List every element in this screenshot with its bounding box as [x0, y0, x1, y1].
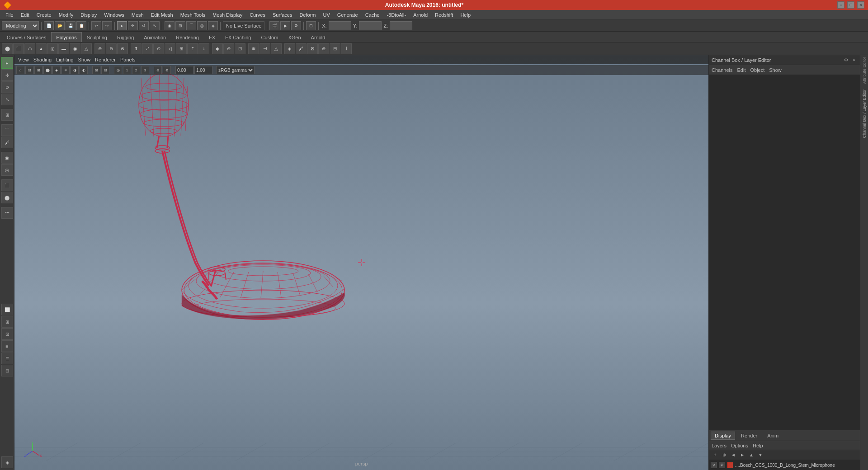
save-scene-button[interactable]: 💾 — [66, 21, 75, 30]
dra-tab-display[interactable]: Display — [711, 432, 735, 440]
menu-create[interactable]: Create — [33, 11, 55, 19]
grid-btn[interactable]: ⊡ — [306, 21, 316, 30]
create-poly-btn[interactable]: ⬛ — [1, 179, 13, 191]
vpt-xray-btn[interactable]: ⊕ — [154, 66, 162, 74]
vp-menu-show[interactable]: Show — [78, 57, 91, 62]
smooth-btn[interactable]: ≋ — [248, 43, 259, 54]
vpt-val1-input[interactable] — [175, 66, 193, 74]
open-scene-button[interactable]: 📂 — [55, 21, 65, 30]
separate-btn[interactable]: ⊖ — [106, 43, 117, 54]
soft-mod-btn[interactable]: ◉ — [1, 152, 13, 164]
menu-surfaces[interactable]: Surfaces — [269, 11, 296, 19]
disk-btn[interactable]: ◉ — [70, 43, 80, 54]
toggle-btn[interactable]: ◈ — [1, 456, 13, 468]
vpt-wireframe-btn[interactable]: ⊞ — [34, 66, 42, 74]
vpt-val2-input[interactable] — [194, 66, 212, 74]
rotate-tool-btn[interactable]: ↺ — [139, 21, 149, 30]
soft-select-btn[interactable]: ◉ — [165, 21, 175, 30]
viewport[interactable]: View Shading Lighting Show Renderer Pane… — [14, 55, 708, 470]
undo-button[interactable]: ↩ — [91, 21, 101, 30]
vp-menu-panels[interactable]: Panels — [120, 57, 136, 62]
vpt-color-select[interactable]: sRGB gamma Linear — [216, 66, 255, 74]
cube-btn[interactable]: ⬛ — [13, 43, 24, 54]
panel-btn1[interactable]: ⬜ — [1, 304, 13, 315]
vpt-isolate-btn[interactable]: ◎ — [114, 66, 122, 74]
scale-obj-btn[interactable]: ⤡ — [1, 94, 13, 105]
layer-add-sel-btn[interactable]: ⊕ — [721, 451, 728, 459]
menu-cache[interactable]: Cache — [362, 11, 383, 19]
dra-tab-anim[interactable]: Anim — [763, 432, 783, 440]
vpt-ao-btn[interactable]: ◐ — [80, 66, 88, 74]
plane-btn[interactable]: ▬ — [58, 43, 69, 54]
booleans-btn[interactable]: ⊗ — [117, 43, 128, 54]
menu-uv[interactable]: UV — [319, 11, 333, 19]
redo-button[interactable]: ↪ — [102, 21, 112, 30]
help-menu[interactable]: Help — [753, 443, 763, 448]
snap-surface-btn[interactable]: ◈ — [208, 21, 218, 30]
merge-btn[interactable]: ◆ — [212, 43, 223, 54]
tab-arnold[interactable]: Arnold — [306, 32, 330, 42]
menu-edit-mesh[interactable]: Edit Mesh — [147, 11, 177, 19]
combine-btn[interactable]: ⊕ — [94, 43, 105, 54]
vpt-solid-btn[interactable]: ⬤ — [43, 66, 52, 74]
menu-generate[interactable]: Generate — [334, 11, 362, 19]
collapse-btn[interactable]: ⊡ — [235, 43, 245, 54]
vp-menu-view[interactable]: View — [18, 57, 29, 62]
layer-prev-btn[interactable]: ◄ — [730, 451, 737, 459]
vpt-shadow-btn[interactable]: ◑ — [71, 66, 79, 74]
attr-editor-label[interactable]: Attribute Editor — [862, 57, 867, 84]
panel-btn5[interactable]: ≣ — [1, 352, 13, 364]
minimize-button[interactable]: − — [837, 1, 844, 9]
cb-tab-edit[interactable]: Edit — [737, 67, 745, 73]
tab-rendering[interactable]: Rendering — [171, 32, 204, 42]
mode-select[interactable]: Modeling Rigging Animation FX Rendering … — [2, 21, 39, 30]
menu-mesh-tools[interactable]: Mesh Tools — [177, 11, 209, 19]
sculpt-btn[interactable]: ◎ — [1, 164, 13, 176]
channel-box-label2[interactable]: Channel Box / Layer Editor — [862, 89, 867, 138]
sphere-btn[interactable]: ⬤ — [2, 43, 13, 54]
vp-menu-renderer[interactable]: Renderer — [95, 57, 116, 62]
layers-menu[interactable]: Layers — [712, 443, 726, 448]
vpt-res2-btn[interactable]: 2 — [132, 66, 140, 74]
paint-select-btn[interactable]: 🖌 — [296, 43, 307, 54]
bridge-btn[interactable]: ⇌ — [142, 43, 153, 54]
z-input[interactable] — [390, 21, 412, 30]
render-btn[interactable]: 🎬 — [269, 21, 279, 30]
menu-mesh-display[interactable]: Mesh Display — [209, 11, 246, 19]
vp-menu-lighting[interactable]: Lighting — [56, 57, 74, 62]
mirror-btn[interactable]: ⊣ — [259, 43, 270, 54]
reverse-btn[interactable]: ↕ — [198, 43, 209, 54]
select-component-btn[interactable]: ◈ — [284, 43, 295, 54]
extract-btn[interactable]: ⇡ — [187, 43, 198, 54]
select-obj-btn[interactable]: ▸ — [1, 57, 13, 69]
menu-windows[interactable]: Windows — [100, 11, 128, 19]
snap-grid-btn[interactable]: ⊞ — [175, 21, 185, 30]
extrude-btn[interactable]: ⬆ — [131, 43, 142, 54]
lasso-select-btn[interactable]: ⌒ — [1, 124, 13, 136]
y-input[interactable] — [359, 21, 382, 30]
menu-edit[interactable]: Edit — [17, 11, 33, 19]
vpt-xraytex-btn[interactable]: ⊗ — [163, 66, 171, 74]
close-button[interactable]: × — [857, 1, 864, 9]
menu-arnold[interactable]: Arnold — [410, 11, 431, 19]
tab-fx-caching[interactable]: FX Caching — [220, 32, 256, 42]
ipr-btn[interactable]: ▶ — [280, 21, 290, 30]
panel-btn2[interactable]: ⊞ — [1, 316, 13, 328]
torus-btn[interactable]: ◎ — [47, 43, 58, 54]
layer-visibility[interactable]: V — [711, 462, 717, 468]
vpt-res3-btn[interactable]: 3 — [141, 66, 149, 74]
duplicate-btn[interactable]: ⊞ — [176, 43, 187, 54]
selection-constraints-btn[interactable]: ⊠ — [307, 43, 318, 54]
vpt-light-btn[interactable]: ☀ — [61, 66, 70, 74]
ep-curve-btn[interactable]: 〜 — [1, 207, 13, 219]
layer-down-btn[interactable]: ▼ — [757, 451, 764, 459]
show-manip-btn[interactable]: ⊞ — [1, 109, 13, 121]
layer-row[interactable]: V P ....Bosch_CCS_1000_D_Long_Stem_Micro… — [709, 460, 860, 470]
menu-file[interactable]: File — [2, 11, 17, 19]
move-tool-btn[interactable]: ✛ — [128, 21, 138, 30]
cylinder-btn[interactable]: ⬭ — [24, 43, 35, 54]
panel-btn6[interactable]: ⊟ — [1, 365, 13, 376]
grow-selection-btn[interactable]: ⊕ — [318, 43, 329, 54]
menu-redshift[interactable]: Redshift — [431, 11, 457, 19]
tab-polygons[interactable]: Polygons — [51, 32, 81, 42]
